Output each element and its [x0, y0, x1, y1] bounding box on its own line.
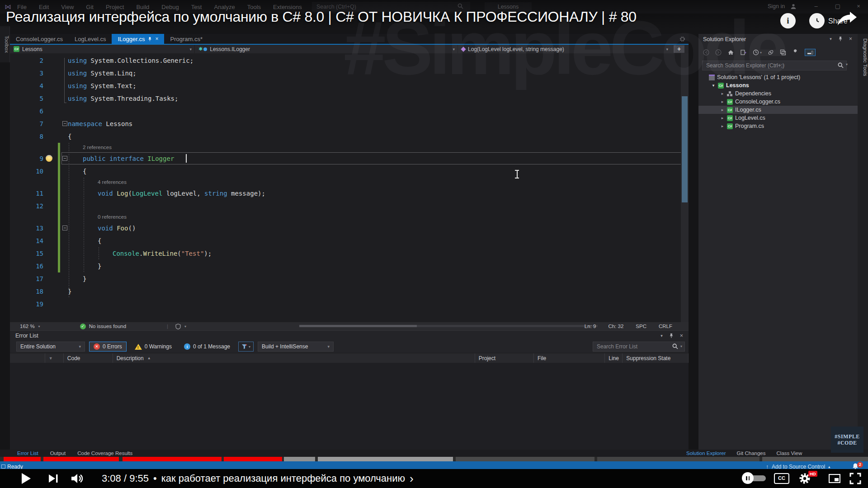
scrollbar-thumb[interactable] — [299, 325, 417, 327]
expander-icon[interactable]: ▸ — [720, 108, 725, 112]
tree-item-ilogger-cs[interactable]: ▸C#ILogger.cs — [698, 106, 858, 114]
close-panel-icon[interactable]: × — [849, 33, 852, 45]
miniplayer-button[interactable] — [826, 469, 843, 488]
chapter-chevron-icon[interactable]: › — [410, 472, 414, 486]
panel-tab-class-view[interactable]: Class View — [777, 450, 802, 457]
code-line[interactable]: 17} — [10, 272, 680, 285]
space-mode[interactable]: SPC — [636, 324, 646, 329]
chevron-down-icon[interactable]: ▾ — [830, 33, 832, 45]
code-line[interactable]: 6 — [10, 105, 680, 117]
code-lens-label[interactable]: 0 references — [98, 212, 127, 222]
code-lens[interactable]: 2 references — [10, 143, 680, 152]
code-lens-label[interactable]: 2 references — [83, 143, 112, 152]
code-line[interactable]: 14{ — [10, 235, 680, 247]
autoplay-toggle[interactable] — [745, 475, 766, 481]
document-options-icon[interactable] — [679, 36, 686, 42]
watch-later-button[interactable] — [809, 13, 825, 28]
subtitles-button[interactable]: CC — [774, 473, 789, 484]
panel-tab-output[interactable]: Output — [50, 450, 66, 457]
code-line[interactable]: 9−public interface ILogger — [10, 152, 680, 165]
code-line[interactable]: 13−void Foo() — [10, 222, 680, 235]
breadcrumb-project-dropdown[interactable]: C# Lessons ▾ — [10, 45, 194, 53]
column-header-blank[interactable] — [10, 353, 45, 363]
pending-changes-filter-icon[interactable]: ▾ — [753, 49, 762, 56]
tree-item-program-cs[interactable]: ▸C#Program.cs — [698, 122, 858, 130]
chapter-title[interactable]: как работает реализация интерфейса по ум… — [161, 473, 405, 484]
code-line[interactable]: 10{ — [10, 165, 680, 178]
panel-tab-code-coverage-results[interactable]: Code Coverage Results — [77, 450, 132, 457]
code-line[interactable]: 19 — [10, 298, 680, 310]
play-button[interactable] — [18, 469, 34, 488]
chevron-down-icon[interactable]: ▾ — [846, 62, 848, 68]
collapse-region-icon[interactable]: − — [62, 121, 67, 126]
collapse-region-icon[interactable]: − — [62, 156, 67, 161]
code-editor[interactable]: 2using System.Collections.Generic;3using… — [10, 53, 689, 322]
home-icon[interactable] — [727, 49, 734, 56]
code-line[interactable]: 11void Log(LogLevel logLevel, string mes… — [10, 187, 680, 200]
collapse-all-icon[interactable] — [780, 49, 786, 56]
zoom-level-dropdown[interactable]: 162 % — [20, 324, 35, 329]
search-icon[interactable] — [672, 343, 678, 349]
error-list-search-input[interactable] — [593, 342, 685, 352]
minimize-button[interactable]: – — [808, 0, 824, 13]
collapse-region-icon[interactable]: − — [62, 225, 67, 230]
error-source-dropdown[interactable]: Build + IntelliSense ▾ — [258, 342, 334, 352]
column-header-code[interactable]: Code — [64, 353, 113, 363]
tree-item-consolelogger-cs[interactable]: ▸C#ConsoleLogger.cs — [698, 98, 858, 106]
pin-icon[interactable] — [669, 333, 674, 338]
filter-button[interactable]: ▾ — [238, 342, 254, 352]
pin-icon[interactable] — [148, 37, 152, 42]
expander-icon[interactable]: ▾ — [711, 83, 716, 88]
errors-filter-button[interactable]: ✕ 0 Errors — [89, 342, 127, 352]
code-line[interactable]: 3using System.Linq; — [10, 67, 680, 80]
tree-item-solution-lessons-1-of-1-project-[interactable]: Solution 'Lessons' (1 of 1 project) — [698, 73, 858, 81]
tab-ilogger-cs[interactable]: ILogger.cs× — [112, 34, 164, 44]
column-header-blank[interactable]: ▼ — [45, 353, 64, 363]
column-header-project[interactable]: Project — [475, 353, 534, 363]
tab-loglevel-cs[interactable]: LogLevel.cs — [69, 34, 112, 44]
tree-item-loglevel-cs[interactable]: ▸C#LogLevel.cs — [698, 114, 858, 122]
code-line[interactable]: 7−namespace Lessons — [10, 117, 680, 130]
code-line[interactable]: 5using System.Threading.Tasks; — [10, 92, 680, 105]
code-line[interactable]: 4using System.Text; — [10, 80, 680, 92]
health-indicator-icon[interactable]: ✓ — [80, 324, 86, 329]
show-all-files-icon[interactable] — [768, 49, 774, 56]
sync-with-active-document-icon[interactable] — [740, 49, 747, 56]
panel-tab-solution-explorer[interactable]: Solution Explorer — [686, 450, 726, 457]
code-lens[interactable]: 4 references — [10, 178, 680, 187]
close-panel-icon[interactable]: × — [680, 331, 683, 341]
expander-icon[interactable]: ▸ — [720, 116, 725, 120]
volume-button[interactable] — [68, 469, 87, 488]
error-list-grid[interactable] — [10, 363, 689, 450]
code-lens[interactable]: 0 references — [10, 212, 680, 222]
code-line[interactable]: 16} — [10, 260, 680, 272]
properties-wrench-icon[interactable] — [792, 49, 799, 56]
pin-icon[interactable] — [838, 36, 843, 42]
code-line[interactable]: 12 — [10, 200, 680, 212]
scrollbar-thumb[interactable] — [682, 96, 688, 202]
navigate-forward-icon[interactable] — [715, 49, 722, 56]
navigate-back-icon[interactable] — [703, 49, 709, 56]
column-header-file[interactable]: File — [534, 353, 605, 363]
video-info-button[interactable]: i — [780, 13, 796, 28]
tab-consolelogger-cs[interactable]: ConsoleLogger.cs — [10, 34, 69, 44]
breadcrumb-member-dropdown[interactable]: Log(LogLevel logLevel, string message) ▾ — [458, 45, 671, 53]
fullscreen-button[interactable] — [846, 469, 864, 488]
column-header-line[interactable]: Line — [605, 353, 623, 363]
chevron-down-icon[interactable]: ▾ — [680, 344, 682, 348]
panel-tab-error-list[interactable]: Error List — [17, 450, 38, 457]
search-icon[interactable] — [838, 62, 844, 68]
code-lens-label[interactable]: 4 references — [98, 178, 127, 187]
share-arrow-icon[interactable] — [836, 11, 858, 26]
expander-icon[interactable]: ▸ — [720, 99, 725, 104]
code-line[interactable]: 2using System.Collections.Generic; — [10, 54, 680, 67]
error-scope-dropdown[interactable]: Entire Solution ▾ — [16, 342, 85, 352]
editor-horizontal-scrollbar[interactable] — [299, 325, 598, 327]
next-button[interactable] — [45, 469, 61, 488]
user-account-icon[interactable] — [790, 3, 797, 10]
shield-icon[interactable] — [175, 324, 181, 329]
code-line[interactable]: 8{ — [10, 130, 680, 143]
lightbulb-icon[interactable] — [46, 155, 52, 162]
code-line[interactable]: 15Console.WriteLine("Test"); — [10, 247, 680, 260]
panel-tab-git-changes[interactable]: Git Changes — [737, 450, 766, 457]
